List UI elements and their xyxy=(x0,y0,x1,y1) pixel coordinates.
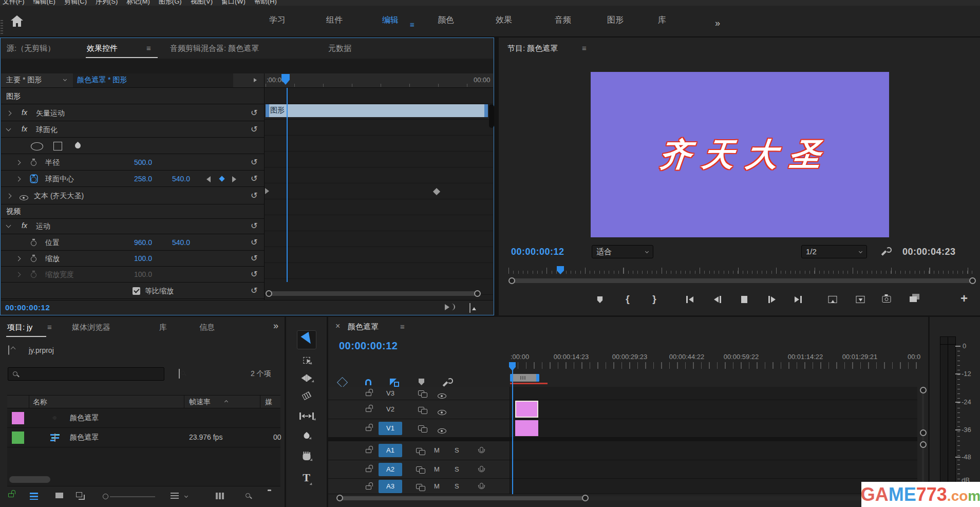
parent-bin-icon[interactable] xyxy=(8,345,9,355)
mark-in-icon[interactable] xyxy=(626,293,629,305)
effect-row-spherize[interactable]: fx 球面化 xyxy=(1,122,264,138)
snap-magnet-icon[interactable] xyxy=(365,379,371,385)
toggle-effect-eye-icon[interactable] xyxy=(20,195,28,200)
extract-icon[interactable] xyxy=(856,296,865,303)
add-keyframe-icon[interactable] xyxy=(219,176,224,181)
track-lock-icon[interactable] xyxy=(366,468,371,472)
clip-out-handle[interactable] xyxy=(484,104,488,117)
scrollbar-right-handle[interactable] xyxy=(582,495,589,501)
effect-row-scale[interactable]: 缩放 100.0 xyxy=(1,251,264,267)
list-horizontal-scrollbar[interactable] xyxy=(9,476,50,483)
mark-out-icon[interactable] xyxy=(652,293,656,305)
export-frame-icon[interactable] xyxy=(469,303,470,313)
stopwatch-icon[interactable] xyxy=(31,255,37,262)
add-marker-icon[interactable] xyxy=(597,296,603,303)
tab-program-monitor[interactable]: 节目: 颜色遮罩 xyxy=(507,44,558,53)
scrollbar-thumb[interactable] xyxy=(340,496,586,500)
program-current-timecode[interactable]: 00:00:00:12 xyxy=(511,247,564,257)
mute-button[interactable]: M xyxy=(434,446,440,454)
reset-icon[interactable] xyxy=(251,253,257,263)
fx-badge[interactable]: fx xyxy=(22,125,27,133)
go-to-in-icon[interactable] xyxy=(686,296,693,303)
track-lock-icon[interactable] xyxy=(366,485,371,490)
menu-markers[interactable]: 标记(M) xyxy=(126,0,150,5)
v-scroll-handle[interactable] xyxy=(920,387,927,393)
keyframe-diamond[interactable] xyxy=(433,188,440,195)
timeline-zoom-scrollbar[interactable] xyxy=(510,374,539,382)
effect-row-motion[interactable]: fx 运动 xyxy=(1,219,264,234)
track-v1-content[interactable] xyxy=(510,419,917,437)
workspace-tab-learning[interactable]: 学习 xyxy=(269,15,286,26)
project-writable-lock-icon[interactable] xyxy=(8,493,14,497)
previous-keyframe-icon[interactable] xyxy=(206,176,211,182)
tab-effect-controls[interactable]: 效果控件 xyxy=(87,44,118,53)
solo-button[interactable]: S xyxy=(455,465,459,473)
rectangle-mask-icon[interactable] xyxy=(53,142,62,151)
track-lock-icon[interactable] xyxy=(366,449,371,453)
scrollbar-right-handle[interactable] xyxy=(474,290,481,297)
track-output-eye-icon[interactable] xyxy=(438,393,446,399)
razor-tool[interactable] xyxy=(303,393,310,399)
twirl-icon[interactable] xyxy=(16,177,21,182)
tab-media-browser[interactable]: 媒体浏览器 xyxy=(72,323,110,332)
program-time-ruler[interactable] xyxy=(508,266,976,275)
reset-icon[interactable] xyxy=(251,237,257,247)
reset-icon[interactable] xyxy=(251,157,257,167)
sort-icon[interactable] xyxy=(171,493,179,499)
column-media[interactable]: 媒 xyxy=(265,398,272,407)
timeline-playhead-line[interactable] xyxy=(512,368,513,494)
menu-window[interactable]: 窗口(W) xyxy=(221,0,246,5)
workspace-tab-libraries[interactable]: 库 xyxy=(658,15,666,26)
play-stop-icon[interactable] xyxy=(741,296,747,303)
timeline-current-timecode[interactable]: 00:00:00:12 xyxy=(339,340,398,352)
ripple-edit-tool[interactable] xyxy=(301,374,312,382)
twirl-icon[interactable] xyxy=(7,194,12,199)
track-a2-content[interactable] xyxy=(510,460,917,478)
workspace-tab-assembly[interactable]: 组件 xyxy=(326,15,343,26)
tab-metadata[interactable]: 元数据 xyxy=(328,44,351,53)
track-a3-content[interactable] xyxy=(510,479,917,494)
workspace-tab-effects[interactable]: 效果 xyxy=(496,15,512,26)
tab-libraries[interactable]: 库 xyxy=(159,323,167,332)
pen-tool[interactable] xyxy=(304,433,309,439)
step-back-icon[interactable] xyxy=(714,296,721,303)
ec-mini-ruler[interactable] xyxy=(266,84,491,87)
step-forward-icon[interactable] xyxy=(768,296,776,303)
scrollbar-right-handle[interactable] xyxy=(969,277,976,284)
track-label-a2[interactable]: A2 xyxy=(379,463,402,476)
mute-button[interactable]: M xyxy=(434,465,440,473)
value-position-y[interactable]: 540.0 xyxy=(161,238,190,247)
zoom-level-dropdown[interactable]: 适合 xyxy=(592,245,653,258)
master-clip-label[interactable]: 主要 * 图形 xyxy=(6,76,42,85)
go-to-out-icon[interactable] xyxy=(795,296,802,303)
lift-icon[interactable] xyxy=(828,296,837,303)
effect-row-position[interactable]: 位置 960.0 540.0 xyxy=(1,235,264,251)
menu-sequence[interactable]: 序列(S) xyxy=(96,0,118,5)
scrollbar-left-handle[interactable] xyxy=(266,290,272,297)
sort-options-chevron-icon[interactable] xyxy=(184,494,188,498)
program-horizontal-scrollbar[interactable] xyxy=(508,277,976,285)
nest-sequence-toggle-icon[interactable] xyxy=(337,377,348,388)
playback-resolution-dropdown[interactable]: 1/2 xyxy=(801,245,867,258)
menu-edit[interactable]: 编辑(E) xyxy=(33,0,55,5)
twirl-icon[interactable] xyxy=(7,111,12,116)
tab-sequence[interactable]: 颜色遮罩 xyxy=(348,322,379,332)
track-lock-icon[interactable] xyxy=(366,408,371,412)
workspace-overflow-icon[interactable] xyxy=(715,18,720,29)
item-name[interactable]: 颜色遮罩 xyxy=(70,433,99,442)
track-label-a3[interactable]: A3 xyxy=(379,480,402,493)
clip-context-box[interactable]: 颜色遮罩 * 图形 xyxy=(73,73,233,87)
track-lock-icon[interactable] xyxy=(366,392,371,396)
solo-button[interactable]: S xyxy=(455,446,459,454)
stopwatch-icon[interactable] xyxy=(31,159,37,166)
track-label-a1[interactable]: A1 xyxy=(379,444,402,457)
fx-badge[interactable]: fx xyxy=(22,221,27,230)
comparison-view-icon[interactable] xyxy=(910,296,917,302)
lane-keyframe-start-icon[interactable] xyxy=(265,188,269,194)
track-label-v1[interactable]: V1 xyxy=(379,422,402,435)
pen-mask-icon[interactable] xyxy=(74,142,82,150)
timeline-horizontal-scrollbar[interactable] xyxy=(336,495,915,502)
icon-view-icon[interactable] xyxy=(55,493,63,498)
track-a1-content[interactable] xyxy=(510,441,917,460)
program-panel-menu-icon[interactable] xyxy=(582,44,587,53)
